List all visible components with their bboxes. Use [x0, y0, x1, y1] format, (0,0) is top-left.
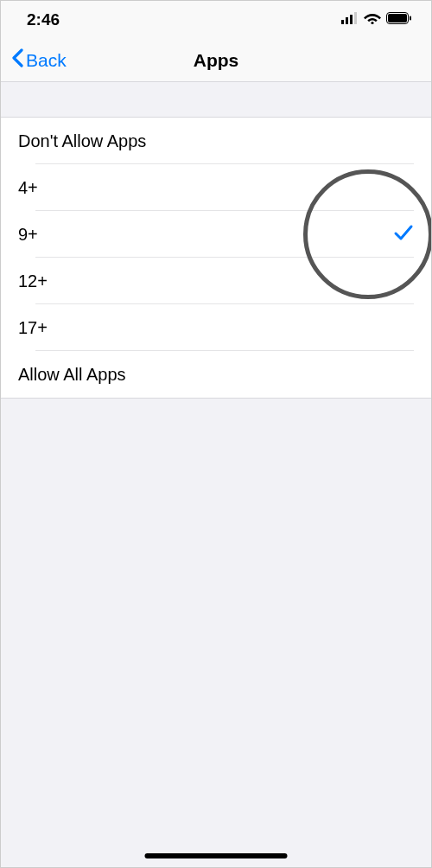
- options-list: Don't Allow Apps 4+ 9+ 12+: [1, 117, 431, 399]
- home-indicator[interactable]: [145, 853, 288, 858]
- settings-screen: 2:46: [1, 1, 431, 867]
- back-label: Back: [26, 50, 67, 71]
- svg-rect-2: [350, 15, 353, 24]
- svg-rect-0: [341, 20, 344, 24]
- cellular-icon: [341, 12, 359, 28]
- option-label: 9+: [18, 225, 38, 245]
- back-button[interactable]: Back: [1, 48, 67, 72]
- section-gap: [1, 82, 431, 117]
- status-bar: 2:46: [1, 1, 431, 39]
- svg-point-4: [371, 22, 373, 24]
- option-dont-allow[interactable]: Don't Allow Apps: [1, 118, 431, 164]
- wifi-icon: [364, 12, 381, 28]
- checkmark-icon: [393, 224, 414, 245]
- svg-rect-3: [354, 12, 357, 24]
- filler: [1, 399, 431, 867]
- option-label: 17+: [18, 318, 48, 338]
- option-allow-all[interactable]: Allow All Apps: [1, 351, 431, 398]
- svg-rect-6: [388, 14, 407, 22]
- status-time: 2:46: [27, 10, 60, 29]
- option-4plus[interactable]: 4+: [1, 164, 431, 211]
- option-12plus[interactable]: 12+: [1, 258, 431, 304]
- option-17plus[interactable]: 17+: [1, 304, 431, 351]
- nav-bar: Back Apps: [1, 39, 431, 82]
- svg-rect-7: [410, 16, 411, 21]
- option-label: 4+: [18, 178, 38, 198]
- chevron-left-icon: [11, 48, 23, 72]
- option-label: Allow All Apps: [18, 365, 126, 385]
- status-icons: [341, 12, 412, 28]
- svg-rect-1: [346, 17, 348, 24]
- option-label: 12+: [18, 271, 48, 291]
- battery-icon: [386, 12, 412, 28]
- page-title: Apps: [194, 50, 239, 71]
- option-label: Don't Allow Apps: [18, 131, 146, 151]
- option-9plus[interactable]: 9+: [1, 211, 431, 258]
